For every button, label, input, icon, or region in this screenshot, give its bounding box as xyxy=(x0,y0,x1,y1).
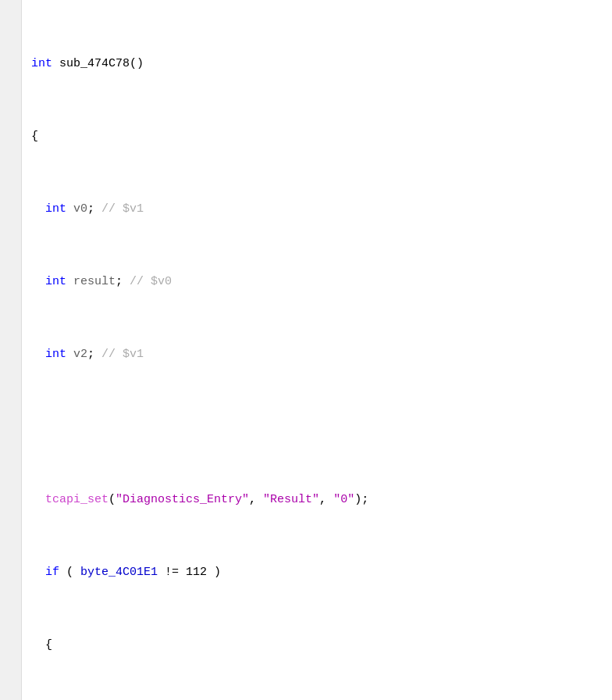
code-line-4: int result; // $v0 xyxy=(31,273,612,291)
line-num xyxy=(6,141,15,157)
line-num xyxy=(6,315,15,330)
line-num xyxy=(6,362,15,377)
line-num xyxy=(6,284,15,299)
line-num xyxy=(6,456,15,472)
line-num xyxy=(6,16,15,31)
line-num xyxy=(6,441,15,456)
code-line-6 xyxy=(31,418,612,436)
line-num xyxy=(6,79,15,95)
code-line-2: { xyxy=(31,127,612,145)
line-num xyxy=(6,377,15,393)
line-num xyxy=(6,110,15,126)
line-num xyxy=(6,346,15,362)
line-num xyxy=(6,189,15,205)
code-container: int sub_474C78() { int v0; // $v1 int re… xyxy=(0,0,612,700)
line-num xyxy=(6,31,15,47)
code-line-7: tcapi_set("Diagnostics_Entry", "Result",… xyxy=(31,491,612,509)
line-num xyxy=(6,394,15,409)
line-num xyxy=(6,63,15,79)
line-num xyxy=(6,299,15,315)
line-num xyxy=(6,157,15,173)
line-num xyxy=(6,425,15,441)
line-num xyxy=(6,0,15,16)
line-num xyxy=(6,47,15,62)
line-num xyxy=(6,267,15,283)
code-line-1: int sub_474C78() xyxy=(31,55,612,73)
code-line-5: int v2; // $v1 xyxy=(31,345,612,363)
code-line-8: if ( byte_4C01E1 != 112 ) xyxy=(31,563,612,581)
line-num xyxy=(6,236,15,252)
line-num xyxy=(6,220,15,236)
line-num xyxy=(6,330,15,346)
line-numbers xyxy=(0,0,22,700)
code-line-3: int v0; // $v1 xyxy=(31,200,612,218)
line-num xyxy=(6,173,15,189)
line-num xyxy=(6,95,15,110)
line-num xyxy=(6,126,15,141)
line-num xyxy=(6,252,15,267)
code-line-9: { xyxy=(31,636,612,654)
line-num xyxy=(6,409,15,425)
code-lines: int sub_474C78() { int v0; // $v1 int re… xyxy=(22,0,612,700)
line-num xyxy=(6,205,15,220)
